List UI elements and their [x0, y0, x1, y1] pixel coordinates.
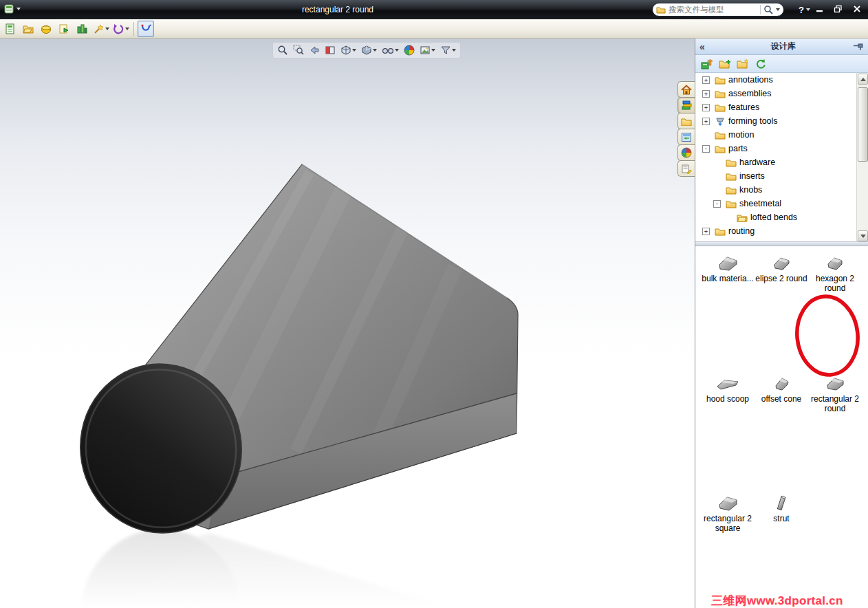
part-thumbnail: [716, 493, 739, 514]
tab-design-library[interactable]: [677, 97, 695, 113]
tree-item-annotations[interactable]: + annotations: [695, 73, 868, 87]
display-style-icon: [361, 45, 372, 56]
hide-show-items-button[interactable]: [380, 43, 400, 57]
tools-wand-button[interactable]: [91, 21, 110, 37]
tree-item-sheetmetal[interactable]: - sheetmetal: [695, 197, 868, 210]
tab-custom-properties[interactable]: [677, 160, 695, 177]
sketch-tool-button[interactable]: [138, 21, 154, 37]
expand-toggle[interactable]: +: [702, 118, 710, 125]
library-item-bulk-material[interactable]: bulk materia...: [701, 253, 755, 368]
expand-toggle[interactable]: -: [713, 200, 721, 208]
library-item-offset-cone[interactable]: offset cone: [755, 373, 808, 488]
expand-toggle[interactable]: +: [702, 76, 710, 84]
pin-icon[interactable]: [853, 42, 864, 52]
new-document-button[interactable]: [2, 21, 19, 37]
library-item-rectangular-2-round[interactable]: rectangular 2 round: [808, 373, 862, 488]
create-new-folder-button[interactable]: [736, 57, 750, 71]
expand-toggle[interactable]: +: [702, 90, 710, 98]
wand-caret-icon[interactable]: [105, 28, 109, 30]
collapse-pane-button[interactable]: «: [699, 41, 713, 52]
minimize-icon: [816, 5, 824, 13]
scrollbar-thumb[interactable]: [858, 87, 868, 162]
save-icon: [40, 23, 52, 35]
edit-appearance-button[interactable]: [402, 43, 416, 57]
forming-tools-icon: [715, 117, 726, 126]
tree-item-hardware[interactable]: hardware: [695, 155, 868, 169]
tree-item-inserts[interactable]: inserts: [695, 169, 868, 183]
part-thumbnail: [770, 253, 792, 274]
tab-view-palette[interactable]: [677, 129, 695, 145]
make-drawing-button[interactable]: [56, 21, 72, 37]
display-style-button[interactable]: [360, 43, 378, 57]
zoom-fit-button[interactable]: [276, 43, 290, 57]
add-to-library-button[interactable]: [700, 57, 714, 71]
tree-item-label: motion: [728, 130, 755, 140]
tree-item-assemblies[interactable]: + assemblies: [695, 87, 868, 100]
app-menu[interactable]: [3, 3, 21, 14]
close-button[interactable]: [848, 2, 865, 16]
tree-item-lofted-bends[interactable]: lofted bends: [695, 210, 868, 224]
tree-item-label: forming tools: [728, 116, 778, 126]
undo-button[interactable]: [111, 21, 130, 37]
tree-item-motion[interactable]: motion: [695, 128, 868, 142]
scroll-up-button[interactable]: [858, 74, 868, 85]
apply-scene-icon: [420, 45, 431, 56]
tree-item-knobs[interactable]: knobs: [695, 183, 868, 197]
help-menu[interactable]: ?: [799, 3, 810, 17]
tree-item-routing[interactable]: + routing: [695, 224, 868, 238]
view-orientation-button[interactable]: [339, 43, 358, 57]
taskpane-title: 设计库: [713, 41, 853, 52]
view-settings-button[interactable]: [439, 43, 457, 57]
tree-item-label: inserts: [739, 171, 765, 181]
viewport-canvas[interactable]: [0, 39, 695, 608]
search-magnifier-icon[interactable]: [763, 5, 773, 14]
tree-item-features[interactable]: + features: [695, 100, 868, 114]
part-thumbnail: [715, 373, 741, 394]
zoom-area-button[interactable]: [292, 43, 305, 57]
design-library-toolbar: [695, 55, 868, 73]
add-file-location-button[interactable]: [718, 57, 732, 71]
part-thumbnail-icon: [771, 376, 792, 392]
apply-scene-caret-icon: [431, 49, 435, 52]
open-button[interactable]: [20, 21, 36, 37]
add-to-library-icon: [701, 58, 713, 69]
part-thumbnail-icon: [715, 254, 740, 272]
search-input[interactable]: [669, 6, 757, 14]
undo-caret-icon[interactable]: [125, 28, 129, 30]
make-assembly-button[interactable]: [74, 21, 90, 37]
library-item-label: rectangular 2 round: [809, 394, 861, 413]
refresh-button[interactable]: [754, 57, 768, 71]
save-button[interactable]: [38, 21, 54, 37]
apply-scene-button[interactable]: [418, 43, 437, 57]
expand-toggle[interactable]: +: [702, 104, 710, 111]
folder-icon: [726, 172, 737, 181]
titlebar: rectangular 2 round ?: [0, 0, 868, 19]
tree-item-forming-tools[interactable]: + forming tools: [695, 114, 868, 128]
app-icon: [3, 3, 14, 14]
view-orientation-icon: [340, 45, 351, 56]
library-item-hexagon-2-round[interactable]: hexagon 2 round: [808, 253, 862, 368]
library-item-strut[interactable]: strut: [755, 493, 808, 608]
library-item-elipse-2-round[interactable]: elipse 2 round: [755, 253, 808, 368]
help-caret-icon: [806, 8, 810, 11]
appearance-sphere-icon: [404, 45, 415, 56]
tree-scrollbar[interactable]: [856, 73, 868, 242]
tab-appearances[interactable]: [677, 144, 695, 161]
taskpane-header: « 设计库: [695, 39, 868, 55]
tab-solidworks-resources[interactable]: [677, 81, 695, 98]
expand-toggle[interactable]: -: [702, 145, 710, 153]
section-view-button[interactable]: [323, 43, 337, 57]
scroll-down-button[interactable]: [858, 230, 868, 241]
expand-toggle[interactable]: +: [702, 228, 710, 235]
tab-file-explorer[interactable]: [677, 113, 695, 129]
minimize-button[interactable]: [811, 2, 828, 16]
library-item-hood-scoop[interactable]: hood scoop: [701, 373, 755, 488]
search-box[interactable]: [652, 3, 784, 17]
restore-button[interactable]: [829, 2, 847, 16]
search-options-caret-icon[interactable]: [776, 8, 780, 11]
folder-icon: [726, 186, 737, 195]
3d-model-rectangular-to-round[interactable]: [0, 39, 695, 608]
library-item-rectangular-2-square[interactable]: rectangular 2 square: [701, 493, 755, 608]
tree-item-parts[interactable]: - parts: [695, 142, 868, 155]
previous-view-button[interactable]: [307, 43, 321, 57]
